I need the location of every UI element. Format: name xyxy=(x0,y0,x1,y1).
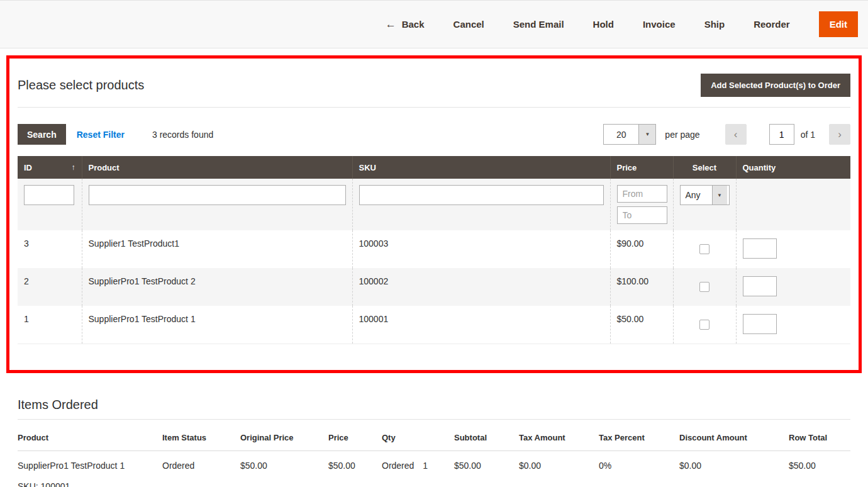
item-discount-amount: $0.00 xyxy=(679,451,789,487)
cell-sku: 100003 xyxy=(352,230,610,268)
invoice-button[interactable]: Invoice xyxy=(643,19,676,30)
row-select-checkbox[interactable] xyxy=(699,282,709,292)
product-row: 1 SupplierPro1 TestProduct 1 100001 $50.… xyxy=(18,306,850,344)
items-column-qty: Qty xyxy=(382,420,454,451)
items-column-original-price: Original Price xyxy=(240,420,328,451)
items-ordered-table: Product Item Status Original Price Price… xyxy=(18,420,850,487)
edit-button[interactable]: Edit xyxy=(819,11,858,37)
items-column-discount-amount: Discount Amount xyxy=(679,420,789,451)
product-row: 2 SupplierPro1 TestProduct 2 100002 $100… xyxy=(18,268,850,306)
grid-filter-row: Any ▼ xyxy=(18,179,850,230)
reorder-button[interactable]: Reorder xyxy=(754,19,790,30)
records-found-text: 3 records found xyxy=(152,130,213,140)
cell-sku: 100002 xyxy=(352,268,610,306)
select-products-header: Please select products Add Selected Prod… xyxy=(18,59,850,108)
row-quantity-input[interactable] xyxy=(743,276,777,296)
row-quantity-input[interactable] xyxy=(743,238,777,259)
column-header-price[interactable]: Price xyxy=(610,156,673,179)
items-ordered-section: Items Ordered Product Item Status Origin… xyxy=(18,398,850,487)
select-filter-value: Any xyxy=(681,186,712,204)
items-column-price: Price xyxy=(328,420,382,451)
pagination: 20 ▼ per page ‹ of 1 › xyxy=(603,124,850,145)
total-pages-label: of 1 xyxy=(801,130,815,140)
ship-button[interactable]: Ship xyxy=(704,19,725,30)
back-button[interactable]: ← Back xyxy=(386,18,425,31)
product-filter-input[interactable] xyxy=(89,185,346,205)
items-column-product: Product xyxy=(18,420,162,451)
cell-price: $100.00 xyxy=(610,268,673,306)
search-button[interactable]: Search xyxy=(18,124,66,145)
item-qty-status: Ordered xyxy=(382,461,414,471)
product-row: 3 Supplier1 TestProduct1 100003 $90.00 xyxy=(18,230,850,268)
cell-id: 3 xyxy=(18,230,82,268)
page-actions-toolbar: ← Back Cancel Send Email Hold Invoice Sh… xyxy=(0,0,868,48)
column-header-product[interactable]: Product xyxy=(82,156,352,179)
item-sku: SKU: 100001 xyxy=(18,481,159,487)
price-to-filter-input[interactable] xyxy=(617,206,667,224)
page-number-input[interactable] xyxy=(769,124,794,145)
next-page-button[interactable]: › xyxy=(829,124,850,145)
id-filter-input[interactable] xyxy=(24,185,74,205)
per-page-label: per page xyxy=(665,130,699,140)
grid-toolbar: Search Reset Filter 3 records found 20 ▼… xyxy=(18,108,850,156)
item-status: Ordered xyxy=(162,451,240,487)
item-original-price: $50.00 xyxy=(240,451,328,487)
items-ordered-title: Items Ordered xyxy=(18,398,850,412)
item-qty: Ordered 1 xyxy=(382,451,454,487)
cell-product: SupplierPro1 TestProduct 2 xyxy=(82,268,352,306)
add-selected-products-button[interactable]: Add Selected Product(s) to Order xyxy=(701,74,850,97)
chevron-left-icon: ‹ xyxy=(734,129,738,140)
price-from-filter-input[interactable] xyxy=(617,185,667,203)
item-tax-percent: 0% xyxy=(599,451,679,487)
row-quantity-input[interactable] xyxy=(743,314,777,334)
column-header-id[interactable]: ID ↑ xyxy=(18,156,82,179)
select-filter-dropdown[interactable]: Any ▼ xyxy=(680,185,730,205)
reset-filter-link[interactable]: Reset Filter xyxy=(77,130,125,140)
item-row-total: $50.00 xyxy=(789,451,850,487)
cell-product: Supplier1 TestProduct1 xyxy=(82,230,352,268)
send-email-button[interactable]: Send Email xyxy=(513,19,564,30)
items-column-tax-amount: Tax Amount xyxy=(519,420,599,451)
per-page-value: 20 xyxy=(604,125,638,144)
chevron-down-icon: ▼ xyxy=(712,186,727,204)
chevron-down-icon: ▼ xyxy=(638,125,655,144)
column-header-sku[interactable]: SKU xyxy=(352,156,610,179)
back-button-label: Back xyxy=(402,19,425,30)
items-column-item-status: Item Status xyxy=(162,420,240,451)
cell-product: SupplierPro1 TestProduct 1 xyxy=(82,306,352,344)
item-product-name: SupplierPro1 TestProduct 1 xyxy=(18,461,159,471)
per-page-select[interactable]: 20 ▼ xyxy=(603,124,656,145)
cell-id: 1 xyxy=(18,306,82,344)
products-grid: ID ↑ Product SKU Price Select Quantity xyxy=(18,156,850,344)
sort-asc-icon: ↑ xyxy=(72,163,75,172)
hold-button[interactable]: Hold xyxy=(593,19,614,30)
items-column-row-total: Row Total xyxy=(789,420,850,451)
items-column-tax-percent: Tax Percent xyxy=(599,420,679,451)
column-header-quantity: Quantity xyxy=(736,156,850,179)
cell-id: 2 xyxy=(18,268,82,306)
select-products-panel: Please select products Add Selected Prod… xyxy=(6,55,862,373)
item-tax-amount: $0.00 xyxy=(519,451,599,487)
item-subtotal: $50.00 xyxy=(454,451,519,487)
items-header-row: Product Item Status Original Price Price… xyxy=(18,420,850,451)
grid-header-row: ID ↑ Product SKU Price Select Quantity xyxy=(18,156,850,179)
previous-page-button[interactable]: ‹ xyxy=(725,124,747,145)
column-header-select: Select xyxy=(673,156,736,179)
sku-filter-input[interactable] xyxy=(359,185,604,205)
item-qty-value: 1 xyxy=(423,461,428,471)
panel-title: Please select products xyxy=(18,78,144,92)
cell-sku: 100001 xyxy=(352,306,610,344)
id-column-label: ID xyxy=(24,163,32,172)
items-column-subtotal: Subtotal xyxy=(454,420,519,451)
item-price: $50.00 xyxy=(328,451,382,487)
cell-price: $90.00 xyxy=(610,230,673,268)
ordered-item-row: SupplierPro1 TestProduct 1 SKU: 100001 O… xyxy=(18,451,850,487)
chevron-right-icon: › xyxy=(838,129,842,140)
row-select-checkbox[interactable] xyxy=(699,244,709,254)
cell-price: $50.00 xyxy=(610,306,673,344)
cancel-button[interactable]: Cancel xyxy=(453,19,484,30)
back-arrow-icon: ← xyxy=(386,18,396,31)
row-select-checkbox[interactable] xyxy=(699,320,709,330)
